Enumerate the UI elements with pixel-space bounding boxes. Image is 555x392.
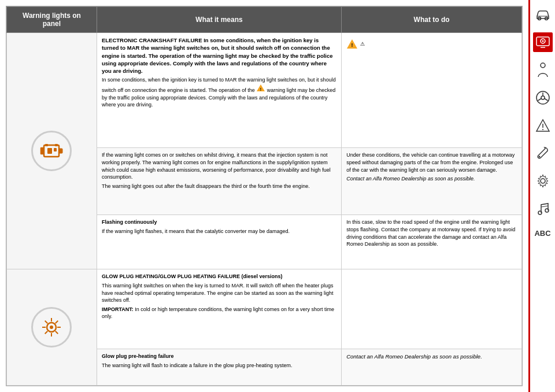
main-content: Warning lights on panel What it means Wh…: [0, 0, 528, 392]
svg-point-26: [542, 40, 543, 42]
warning-indicator: ! ⚠: [346, 39, 517, 49]
glow-row1-meaning: GLOW PLUG HEATING/GLOW PLUG HEATING FAIL…: [97, 269, 341, 349]
gear-sidebar-icon[interactable]: [533, 171, 553, 191]
svg-point-28: [541, 63, 545, 68]
col-header-todo: What to do: [342, 7, 522, 33]
col-header-panel: Warning lights on panel: [7, 7, 97, 33]
svg-line-20: [45, 331, 48, 334]
svg-rect-4: [59, 149, 62, 153]
glow-plug-icon: [31, 307, 72, 347]
svg-point-37: [538, 156, 540, 158]
svg-line-33: [545, 99, 548, 101]
person-sidebar-icon[interactable]: [533, 60, 553, 80]
right-sidebar: ABC: [528, 0, 555, 392]
glow-row2-todo: Contact an Alfa Romeo Dealership as soon…: [342, 349, 522, 386]
engine-row2-meaning: If the warning light comes on or switche…: [97, 148, 341, 215]
warning-lights-table: Warning lights on panel What it means Wh…: [6, 6, 522, 386]
svg-text:!: !: [352, 42, 353, 48]
triangle-sidebar-icon[interactable]: [533, 116, 553, 135]
engine-failure-header: ELECTRONIC CRANKSHAFT FAILURE In some co…: [102, 36, 336, 75]
steering-sidebar-icon[interactable]: [533, 88, 553, 108]
svg-rect-6: [55, 144, 58, 146]
col-header-means: What it means: [97, 7, 341, 33]
svg-line-18: [56, 331, 58, 334]
engine-row3-meaning: Flashing continuously If the warning lig…: [97, 215, 341, 269]
glow-row2-meaning: Glow plug pre-heating failure The warnin…: [97, 349, 341, 386]
svg-point-36: [542, 129, 543, 130]
svg-text:!: !: [260, 87, 261, 91]
car-sidebar-icon[interactable]: [533, 5, 553, 24]
svg-line-17: [45, 321, 48, 324]
svg-line-32: [538, 99, 541, 101]
engine-row2-todo: Under these conditions, the vehicle can …: [342, 148, 522, 215]
table-row: ELECTRONIC CRANKSHAFT FAILURE In some co…: [7, 33, 522, 148]
engine-failure-desc: In some conditions, when the ignition ke…: [102, 76, 336, 108]
svg-point-12: [50, 326, 53, 329]
svg-rect-3: [54, 148, 57, 151]
svg-line-41: [541, 206, 548, 207]
engine-row1-meaning: ELECTRONIC CRANKSHAFT FAILURE In some co…: [97, 33, 341, 148]
engine-warning-icon: [31, 131, 72, 171]
svg-point-38: [541, 179, 545, 183]
svg-rect-5: [45, 144, 48, 146]
table-row: GLOW PLUG HEATING/GLOW PLUG HEATING FAIL…: [7, 269, 522, 349]
engine-row3-todo: In this case, slow to the road speed of …: [342, 215, 522, 269]
svg-line-19: [56, 321, 58, 324]
caution-label: ⚠: [360, 40, 365, 48]
svg-point-30: [541, 96, 545, 99]
engine-icon-cell: [7, 33, 97, 269]
engine-row1-todo: ! ⚠: [342, 33, 522, 148]
wrench-sidebar-icon[interactable]: [533, 143, 553, 163]
svg-rect-2: [47, 148, 52, 154]
glow-icon-cell: [7, 269, 97, 386]
abc-sidebar-label[interactable]: ABC: [534, 229, 550, 238]
table-container: Warning lights on panel What it means Wh…: [6, 6, 523, 386]
glow-row1-todo: [342, 269, 522, 349]
display-sidebar-icon[interactable]: [533, 32, 553, 52]
music-sidebar-icon[interactable]: [533, 199, 553, 219]
